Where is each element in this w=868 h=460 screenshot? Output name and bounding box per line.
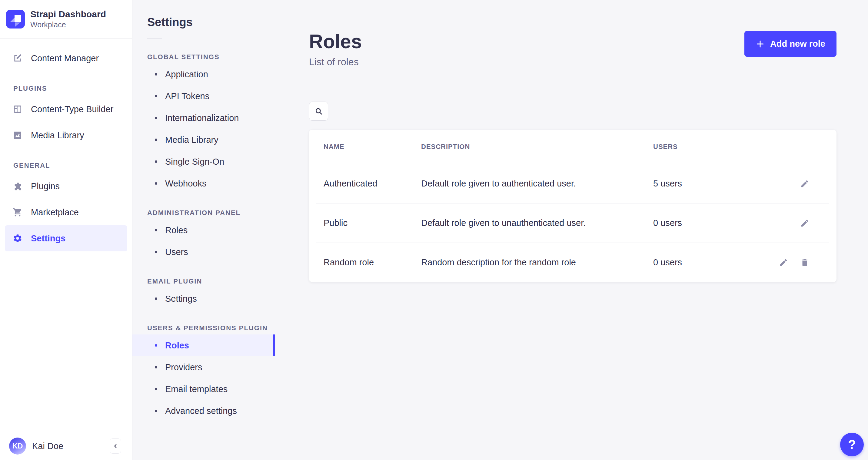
subnav-item-label: Application — [165, 69, 208, 80]
subnav-item-admin-roles[interactable]: Roles — [132, 219, 275, 241]
subnav-item-email-templates[interactable]: Email templates — [132, 378, 275, 400]
pencil-icon — [800, 179, 809, 188]
role-name: Random role — [309, 257, 421, 267]
search-icon — [314, 107, 323, 116]
subnav-item-providers[interactable]: Providers — [132, 356, 275, 378]
active-indicator-bar — [273, 335, 275, 356]
subnav-item-label: Email templates — [165, 384, 227, 394]
collapse-sidebar-button[interactable] — [110, 438, 121, 454]
table-row[interactable]: Public Default role given to unauthentic… — [309, 203, 836, 242]
brand: Strapi Dashboard Workplace — [0, 0, 132, 38]
page-title: Roles — [309, 30, 362, 53]
page-subtitle: List of roles — [309, 56, 362, 68]
sidebar-item-label: Media Library — [31, 131, 84, 140]
bullet-icon — [155, 251, 157, 253]
edit-role-button[interactable] — [800, 179, 810, 189]
subnav-item-label: Media Library — [165, 135, 218, 145]
puzzle-icon — [13, 181, 23, 191]
role-name: Public — [309, 218, 421, 228]
bullet-icon — [155, 366, 157, 368]
main-sidebar: Strapi Dashboard Workplace Content Manag… — [0, 0, 132, 460]
strapi-logo-icon — [6, 10, 25, 29]
edit-role-button[interactable] — [800, 218, 810, 228]
gear-icon — [13, 233, 23, 243]
bullet-icon — [155, 161, 157, 163]
chevron-left-icon — [112, 443, 119, 450]
content-manager-icon — [13, 53, 23, 63]
subnav-item-email-settings[interactable]: Settings — [132, 288, 275, 310]
media-library-icon — [13, 131, 23, 140]
sidebar-item-label: Settings — [31, 233, 65, 243]
subnav-item-label: Roles — [165, 225, 188, 235]
role-description: Random description for the random role — [421, 257, 653, 267]
sidebar-item-label: Plugins — [31, 181, 60, 191]
settings-subnav: Settings Global Settings Application API… — [132, 0, 275, 460]
section-label-general: General — [13, 162, 132, 170]
role-description: Default role given to authenticated user… — [421, 179, 653, 189]
subnav-item-admin-users[interactable]: Users — [132, 241, 275, 263]
subnav-divider — [147, 38, 162, 38]
pencil-icon — [800, 219, 809, 228]
add-new-role-button[interactable]: Add new role — [744, 31, 836, 57]
subnav-item-webhooks[interactable]: Webhooks — [132, 173, 275, 194]
bullet-icon — [155, 388, 157, 390]
trash-icon — [800, 258, 809, 267]
bullet-icon — [155, 182, 157, 185]
subnav-section-email-plugin: Email Plugin — [147, 278, 275, 285]
delete-role-button[interactable] — [800, 257, 810, 268]
sidebar-item-label: Marketplace — [31, 207, 79, 218]
workspace-name: Workplace — [30, 20, 106, 29]
table-header-row: Name Description Users — [309, 130, 836, 164]
subnav-section-administration-panel: Administration Panel — [147, 209, 275, 217]
bullet-icon — [155, 410, 157, 412]
bullet-icon — [155, 297, 157, 300]
subnav-item-label: Webhooks — [165, 179, 207, 189]
sidebar-item-settings[interactable]: Settings — [5, 225, 127, 251]
sidebar-item-content-manager[interactable]: Content Manager — [5, 45, 127, 71]
pencil-icon — [779, 258, 788, 267]
main-content: Roles List of roles Add new role Name De… — [275, 0, 868, 460]
subnav-item-label: API Tokens — [165, 91, 209, 101]
bullet-icon — [155, 73, 157, 76]
search-button[interactable] — [309, 102, 328, 121]
subnav-item-label: Settings — [165, 294, 197, 304]
avatar[interactable]: KD — [9, 437, 26, 455]
subnav-item-label: Single Sign-On — [165, 157, 224, 167]
sidebar-item-media-library[interactable]: Media Library — [5, 122, 127, 148]
subnav-item-single-sign-on[interactable]: Single Sign-On — [132, 151, 275, 173]
role-description: Default role given to unauthenticated us… — [421, 218, 653, 228]
bullet-icon — [155, 344, 157, 347]
subnav-title: Settings — [132, 0, 275, 29]
bullet-icon — [155, 95, 157, 97]
sidebar-item-marketplace[interactable]: Marketplace — [5, 199, 127, 225]
subnav-item-up-roles[interactable]: Roles — [132, 335, 275, 356]
subnav-item-advanced-settings[interactable]: Advanced settings — [132, 400, 275, 422]
help-button[interactable]: ? — [840, 433, 864, 456]
role-users-count: 5 users — [653, 179, 743, 189]
table-row[interactable]: Authenticated Default role given to auth… — [309, 164, 836, 203]
add-new-role-label: Add new role — [770, 39, 825, 49]
plus-icon — [755, 39, 765, 49]
column-header-description: Description — [421, 143, 653, 151]
subnav-item-label: Internationalization — [165, 113, 239, 123]
subnav-item-application[interactable]: Application — [132, 63, 275, 85]
roles-table: Name Description Users Authenticated Def… — [309, 130, 836, 282]
column-header-name: Name — [309, 143, 421, 151]
role-users-count: 0 users — [653, 257, 743, 267]
subnav-section-global-settings: Global Settings — [147, 53, 275, 61]
section-label-plugins: Plugins — [13, 85, 132, 92]
sidebar-item-content-type-builder[interactable]: Content-Type Builder — [5, 96, 127, 122]
subnav-item-api-tokens[interactable]: API Tokens — [132, 85, 275, 107]
content-type-builder-icon — [13, 104, 23, 114]
bullet-icon — [155, 139, 157, 141]
subnav-item-label: Providers — [165, 362, 203, 372]
subnav-item-label: Users — [165, 247, 188, 257]
subnav-item-label: Advanced settings — [165, 406, 237, 416]
subnav-item-media-library[interactable]: Media Library — [132, 129, 275, 151]
subnav-item-internationalization[interactable]: Internationalization — [132, 107, 275, 129]
edit-role-button[interactable] — [778, 257, 788, 268]
sidebar-item-label: Content Manager — [31, 53, 99, 63]
sidebar-item-plugins[interactable]: Plugins — [5, 173, 127, 199]
table-row[interactable]: Random role Random description for the r… — [309, 243, 836, 282]
sidebar-footer: KD Kai Doe — [0, 432, 132, 460]
